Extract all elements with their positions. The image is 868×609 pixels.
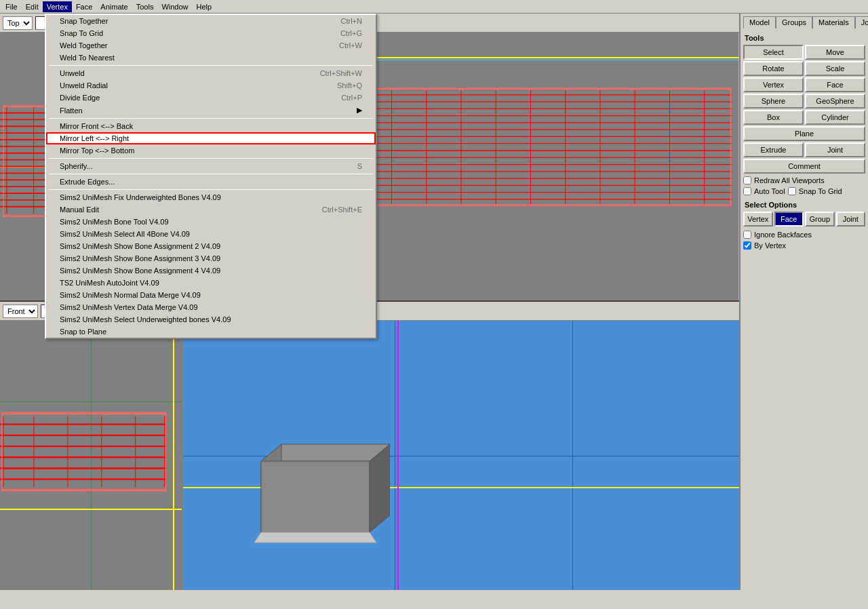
menu-item-arrow: ▶ [357, 106, 362, 115]
menu-separator [49, 189, 373, 190]
menu-item-unweld[interactable]: UnweldCtrl+Shift+W [46, 67, 376, 79]
menu-item-sims2-unimesh-fix-underweighted-bones-v4.09[interactable]: Sims2 UniMesh Fix Underweighted Bones V4… [46, 191, 376, 203]
menu-separator [49, 174, 373, 174]
menu-item-snap-together[interactable]: Snap TogetherCtrl+N [46, 15, 376, 27]
menu-item-extrude-edges...[interactable]: Extrude Edges... [46, 176, 376, 188]
menu-item-label: Mirror Front <--> Back [60, 122, 133, 130]
menu-item-shortcut: Ctrl+Shift+E [322, 205, 362, 214]
menu-item-sims2-unimesh-normal-data-merge-v4.09[interactable]: Sims2 UniMesh Normal Data Merge V4.09 [46, 289, 376, 301]
menu-item-mirror-front----back[interactable]: Mirror Front <--> Back [46, 120, 376, 132]
menu-separator [49, 118, 373, 119]
menu-item-label: Weld Together [60, 41, 108, 50]
menu-item-sims2-unimesh-show-bone-assignment-3-v4.09[interactable]: Sims2 UniMesh Show Bone Assignment 3 V4.… [46, 252, 376, 264]
menu-item-label: TS2 UniMesh AutoJoint V4.09 [60, 279, 159, 287]
menu-item-label: Snap Together [60, 17, 108, 25]
menu-item-label: Sims2 UniMesh Bone Tool V4.09 [60, 218, 169, 226]
menu-item-sims2-unimesh-select-underweighted-bones-v4.09[interactable]: Sims2 UniMesh Select Underweighted bones… [46, 313, 376, 326]
menu-item-label: Spherify... [60, 162, 93, 170]
menu-item-weld-together[interactable]: Weld TogetherCtrl+W [46, 39, 376, 52]
menu-item-sims2-unimesh-bone-tool-v4.09[interactable]: Sims2 UniMesh Bone Tool V4.09 [46, 216, 376, 228]
menu-item-spherify...[interactable]: Spherify...S [46, 160, 376, 172]
menu-item-label: Extrude Edges... [60, 178, 115, 186]
menu-item-label: Sims2 UniMesh Normal Data Merge V4.09 [60, 291, 201, 299]
menu-item-sims2-unimesh-select-all-4bone-v4.09[interactable]: Sims2 UniMesh Select All 4Bone V4.09 [46, 228, 376, 240]
menu-item-label: Divide Edge [60, 94, 100, 102]
menu-item-shortcut: Ctrl+P [341, 94, 362, 102]
menu-item-weld-to-nearest[interactable]: Weld To Nearest [46, 52, 376, 64]
menu-item-sims2-unimesh-vertex-data-merge-v4.09[interactable]: Sims2 UniMesh Vertex Data Merge V4.09 [46, 301, 376, 313]
menu-item-mirror-top----bottom[interactable]: Mirror Top <--> Bottom [46, 144, 376, 157]
menu-item-label: Unweld [60, 69, 85, 77]
menu-item-label: Flatten [60, 106, 83, 115]
menu-item-shortcut: Ctrl+W [339, 41, 362, 50]
menu-item-shortcut: Ctrl+Shift+W [320, 69, 362, 77]
menu-item-manual-edit[interactable]: Manual EditCtrl+Shift+E [46, 203, 376, 216]
menu-item-label: Sims2 UniMesh Select All 4Bone V4.09 [60, 230, 190, 238]
menu-item-shortcut: Ctrl+G [340, 29, 362, 37]
menu-item-shortcut: S [357, 162, 362, 170]
menu-item-label: Sims2 UniMesh Vertex Data Merge V4.09 [60, 303, 198, 311]
menu-item-label: Unweld Radial [60, 81, 108, 90]
menu-item-label: Sims2 UniMesh Show Bone Assignment 4 V4.… [60, 267, 220, 275]
menu-item-label: Snap to Plane [60, 328, 106, 336]
menu-item-mirror-left----right[interactable]: Mirror Left <--> Right [46, 132, 376, 144]
menu-item-label: Sims2 UniMesh Show Bone Assignment 3 V4.… [60, 254, 220, 262]
menu-item-sims2-unimesh-show-bone-assignment-4-v4.09[interactable]: Sims2 UniMesh Show Bone Assignment 4 V4.… [46, 264, 376, 277]
menu-item-label: Mirror Left <--> Right [60, 134, 129, 142]
menu-item-snap-to-grid[interactable]: Snap To GridCtrl+G [46, 27, 376, 39]
menu-item-unweld-radial[interactable]: Unweld RadialShift+Q [46, 79, 376, 92]
menu-item-label: Mirror Top <--> Bottom [60, 146, 134, 155]
vertex-dropdown-menu: Snap TogetherCtrl+NSnap To GridCtrl+GWel… [45, 14, 377, 339]
menu-item-label: Sims2 UniMesh Fix Underweighted Bones V4… [60, 193, 221, 201]
dropdown-overlay[interactable]: Snap TogetherCtrl+NSnap To GridCtrl+GWel… [0, 0, 868, 609]
menu-item-divide-edge[interactable]: Divide EdgeCtrl+P [46, 92, 376, 104]
menu-item-ts2-unimesh-autojoint-v4.09[interactable]: TS2 UniMesh AutoJoint V4.09 [46, 277, 376, 289]
menu-item-label: Manual Edit [60, 205, 99, 214]
menu-item-shortcut: Shift+Q [337, 81, 362, 90]
menu-item-label: Sims2 UniMesh Show Bone Assignment 2 V4.… [60, 242, 220, 250]
menu-item-label: Snap To Grid [60, 29, 103, 37]
menu-item-flatten[interactable]: Flatten▶ [46, 104, 376, 117]
menu-item-shortcut: Ctrl+N [341, 17, 362, 25]
menu-separator [49, 158, 373, 159]
menu-item-label: Sims2 UniMesh Select Underweighted bones… [60, 315, 231, 323]
menu-item-snap-to-plane[interactable]: Snap to Plane [46, 326, 376, 338]
menu-item-label: Weld To Nearest [60, 54, 115, 62]
menu-item-sims2-unimesh-show-bone-assignment-2-v4.09[interactable]: Sims2 UniMesh Show Bone Assignment 2 V4.… [46, 240, 376, 252]
menu-separator [49, 65, 373, 66]
